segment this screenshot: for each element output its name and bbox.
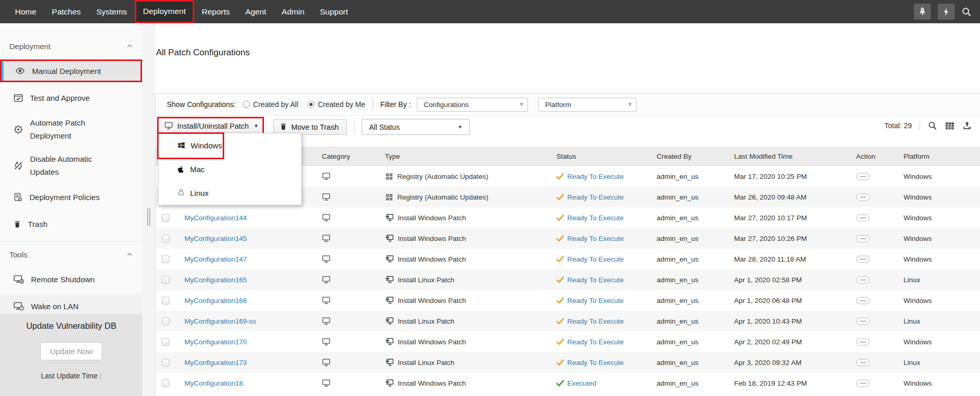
col-header-action[interactable]: Action: [849, 153, 891, 160]
install-uninstall-patch-button[interactable]: Install/Uninstall Patch ▾: [159, 118, 262, 134]
row-checkbox[interactable]: [162, 317, 169, 325]
getting-started-button[interactable]: [914, 4, 931, 20]
row-checkbox-cell: [155, 338, 178, 346]
col-header-type[interactable]: Type: [363, 153, 550, 160]
row-checkbox[interactable]: [162, 359, 169, 367]
col-header-created-by[interactable]: Created By: [654, 153, 731, 160]
quick-actions-button[interactable]: [938, 4, 955, 20]
col-header-platform[interactable]: Platform: [891, 153, 980, 160]
created-by-cell: admin_en_us: [654, 297, 731, 304]
status-link[interactable]: Ready To Execute: [567, 297, 624, 304]
sidebar-item-remote-shutdown[interactable]: Remote Shutdown: [0, 268, 142, 291]
status-link[interactable]: Ready To Execute: [567, 193, 624, 201]
action-cell: [849, 338, 891, 346]
nav-item-deployment[interactable]: Deployment: [135, 0, 194, 23]
created-by-me-radio[interactable]: [307, 101, 315, 108]
modified-time-cell: Apr 1, 2020 06:48 PM: [731, 297, 849, 304]
status-link[interactable]: Ready To Execute: [567, 359, 624, 367]
action-menu-button[interactable]: [856, 338, 870, 346]
nav-item-agent[interactable]: Agent: [238, 0, 274, 23]
created-by-me-label[interactable]: Created by Me: [318, 100, 365, 109]
table-row: MyConfiguration147Install Windows PatchR…: [155, 249, 980, 269]
export-button[interactable]: [962, 121, 972, 130]
sidebar-section-header-deployment[interactable]: Deployment: [0, 38, 142, 54]
status-link[interactable]: Ready To Execute: [567, 317, 624, 325]
search-button[interactable]: [928, 121, 937, 130]
sidebar-item-test-and-approve[interactable]: Test and Approve: [0, 86, 142, 109]
sidebar-item-label: Manual Deployment: [32, 65, 101, 78]
config-name-link[interactable]: MyConfiguration166: [184, 297, 247, 304]
config-name-link[interactable]: MyConfiguration147: [184, 255, 247, 263]
status-link[interactable]: Ready To Execute: [567, 276, 624, 284]
nav-item-admin[interactable]: Admin: [274, 0, 312, 23]
action-cell: [849, 214, 891, 222]
status-link[interactable]: Ready To Execute: [567, 338, 624, 346]
sidebar-item-manual-deployment[interactable]: Manual Deployment: [0, 59, 142, 82]
nav-item-reports[interactable]: Reports: [194, 0, 238, 23]
row-checkbox[interactable]: [162, 214, 169, 222]
action-menu-button[interactable]: [856, 276, 870, 284]
action-menu-button[interactable]: [856, 297, 870, 304]
configurations-dropdown[interactable]: Configurations ▾: [417, 98, 528, 112]
config-name-link[interactable]: MyConfiguration18: [184, 379, 243, 387]
status-link[interactable]: Ready To Execute: [567, 214, 624, 222]
nav-item-home[interactable]: Home: [7, 0, 44, 23]
table-row: MyConfiguration145Install Windows PatchR…: [155, 228, 980, 249]
action-menu-button[interactable]: [856, 255, 870, 263]
sidebar-item-automate-patch-deployment[interactable]: Automate Patch Deployment: [0, 113, 142, 145]
action-menu-button[interactable]: [856, 173, 870, 180]
config-name-link[interactable]: MyConfiguration144: [184, 214, 247, 222]
rocket-icon: [918, 6, 927, 17]
update-now-button[interactable]: Update Now: [40, 342, 103, 360]
status-link[interactable]: Executed: [567, 379, 596, 387]
config-name-link[interactable]: MyConfiguration173: [184, 359, 247, 367]
row-checkbox[interactable]: [162, 235, 169, 242]
created-by-all-label[interactable]: Created by All: [253, 100, 298, 109]
type-label: Registry (Automatic Updates): [397, 193, 488, 201]
action-menu-button[interactable]: [856, 235, 870, 242]
status-link[interactable]: Ready To Execute: [567, 235, 624, 242]
row-checkbox[interactable]: [162, 255, 169, 263]
row-checkbox[interactable]: [162, 338, 169, 346]
action-menu-button[interactable]: [856, 359, 870, 367]
platform-dropdown[interactable]: Platform ▾: [538, 98, 636, 112]
all-status-dropdown[interactable]: All Status ▾: [362, 119, 470, 135]
type-cell: Install Linux Patch: [363, 358, 550, 367]
status-cell: Ready To Execute: [550, 297, 654, 304]
row-checkbox[interactable]: [162, 297, 169, 304]
status-link[interactable]: Ready To Execute: [567, 255, 624, 263]
sidebar-item-trash[interactable]: Trash: [0, 212, 142, 235]
menu-item-label: Windows: [191, 141, 222, 150]
category-cell: [312, 214, 363, 222]
status-link[interactable]: Ready To Execute: [567, 173, 624, 180]
col-header-status[interactable]: Status: [550, 153, 654, 160]
col-header-category[interactable]: Category: [312, 153, 363, 160]
status-cell: Ready To Execute: [550, 193, 654, 201]
created-by-all-radio[interactable]: [243, 101, 250, 108]
sidebar-section-header-tools[interactable]: Tools: [0, 246, 142, 263]
status-cell: Ready To Execute: [550, 173, 654, 180]
action-menu-button[interactable]: [856, 379, 870, 387]
sidebar-item-disable-automatic-updates[interactable]: Disable Automatic Updates: [0, 149, 142, 181]
global-search-button[interactable]: [961, 7, 972, 17]
nav-item-systems[interactable]: Systems: [88, 0, 134, 23]
action-menu-button[interactable]: [856, 214, 870, 222]
row-checkbox[interactable]: [162, 276, 169, 284]
config-name-link[interactable]: MyConfiguration170: [184, 338, 247, 346]
action-menu-button[interactable]: [856, 317, 870, 325]
nav-item-patches[interactable]: Patches: [44, 0, 88, 23]
created-by-value: admin_en_us: [657, 235, 698, 242]
menu-item-linux[interactable]: Linux: [159, 181, 301, 205]
splitter-grip-handle[interactable]: [147, 208, 150, 226]
nav-item-support[interactable]: Support: [312, 0, 355, 23]
sidebar-item-deployment-policies[interactable]: Deployment Policies: [0, 186, 142, 208]
column-chooser-button[interactable]: [945, 121, 955, 130]
config-name-link[interactable]: MyConfiguration165: [184, 276, 247, 284]
col-header-last-modified-time[interactable]: Last Modified Time: [731, 153, 849, 160]
action-menu-button[interactable]: [856, 193, 870, 201]
menu-item-mac[interactable]: Mac: [159, 157, 301, 181]
row-checkbox[interactable]: [162, 379, 169, 387]
config-name-link[interactable]: MyConfiguration169-ss: [184, 317, 256, 325]
menu-item-windows[interactable]: Windows: [159, 133, 301, 157]
config-name-link[interactable]: MyConfiguration145: [184, 235, 247, 242]
